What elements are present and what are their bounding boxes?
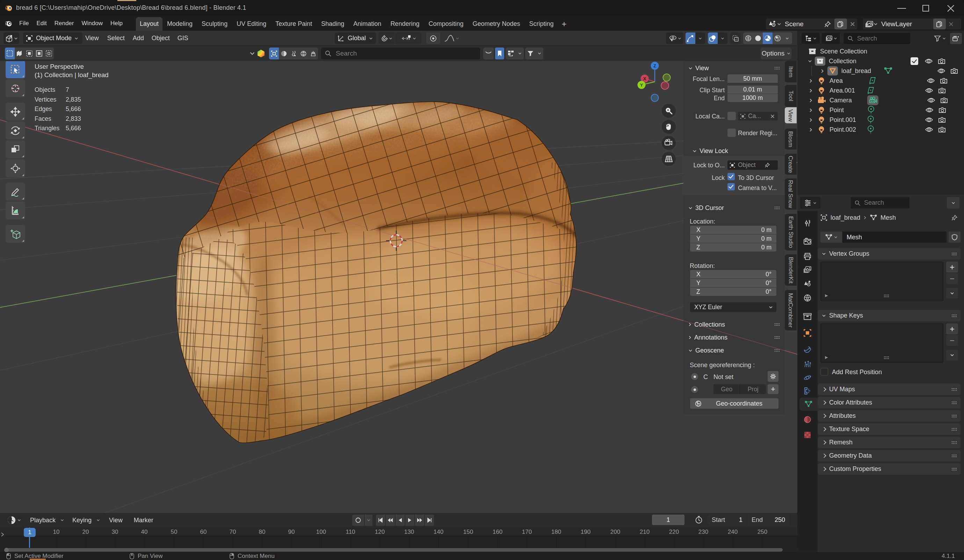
svg-text:Z: Z xyxy=(653,63,656,68)
svg-text:X: X xyxy=(643,76,646,81)
svg-text:Y: Y xyxy=(640,83,643,88)
